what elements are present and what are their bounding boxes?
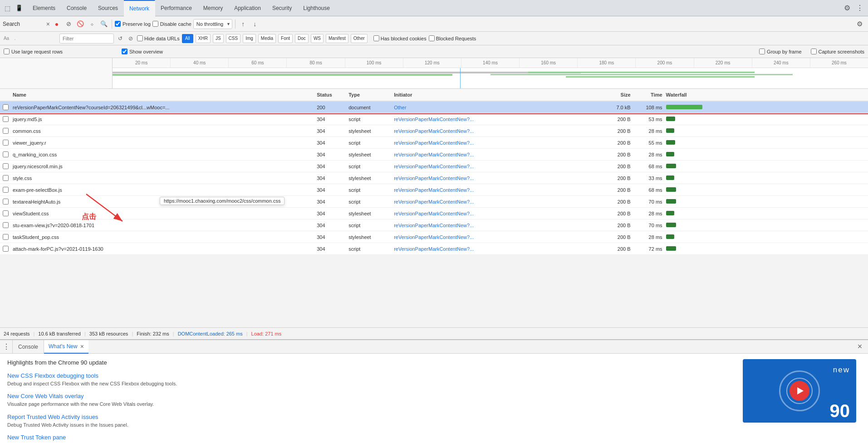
upload-btn[interactable]: ↑ <box>238 19 248 29</box>
filter-type-media[interactable]: Media <box>258 34 276 43</box>
has-blocked-cookies-checkbox[interactable]: Has blocked cookies <box>373 35 427 41</box>
filter-type-manifest[interactable]: Manifest <box>326 34 348 43</box>
network-settings-icon[interactable]: ⚙ <box>853 18 865 30</box>
search-close-btn[interactable]: × <box>46 20 50 28</box>
url-tooltip: https://mooc1.chaoxing.com/mooc2/css/com… <box>160 197 284 205</box>
table-row[interactable]: viewer_jquery.r 304 script reVersionPape… <box>0 137 868 149</box>
row-name: reVersionPaperMarkContentNew?courseId=20… <box>11 105 315 110</box>
tab-performance[interactable]: Performance <box>155 0 198 16</box>
preserve-log-checkbox[interactable]: Preserve log <box>115 21 151 27</box>
clear-btn[interactable]: 🚫 <box>75 19 85 29</box>
row-time: 28 ms <box>633 128 664 134</box>
search-input-area: Aa . <box>3 35 57 42</box>
row-type: script <box>347 187 392 193</box>
disable-cache-checkbox[interactable]: Disable cache <box>152 21 191 27</box>
devtools-icon-inspect[interactable]: ⬚ <box>2 3 13 14</box>
row-size: 200 B <box>596 223 633 228</box>
stop-btn[interactable]: ⊘ <box>64 19 74 29</box>
filter-type-other[interactable]: Other <box>351 34 368 43</box>
tab-sources[interactable]: Sources <box>93 0 124 16</box>
play-triangle-icon <box>797 387 804 394</box>
col-header-waterfall[interactable]: Waterfall <box>664 92 868 97</box>
throttle-select[interactable]: No throttling <box>193 19 232 29</box>
whats-new-close-icon[interactable]: × <box>80 343 84 350</box>
table-row[interactable]: common.css 304 stylesheet reVersionPaper… <box>0 125 868 137</box>
tab-elements[interactable]: Elements <box>27 0 61 16</box>
filter-icon-btn[interactable]: ⬦ <box>87 19 97 29</box>
bottom-panel-close-btn[interactable]: × <box>853 341 866 353</box>
filter-input[interactable] <box>59 34 114 44</box>
filter-type-img[interactable]: Img <box>243 34 256 43</box>
status-domcontentloaded: DOMContentLoaded: 265 ms <box>178 331 243 336</box>
video-new-text: new <box>833 365 850 375</box>
row-waterfall <box>664 175 868 181</box>
tab-console-bottom[interactable]: Console <box>13 340 44 354</box>
regex-icon[interactable]: Aa <box>3 35 10 42</box>
tab-application[interactable]: Application <box>229 0 267 16</box>
capture-screenshots-checkbox[interactable]: Capture screenshots <box>811 49 865 54</box>
case-icon[interactable]: . <box>12 35 18 42</box>
tab-network[interactable]: Network <box>124 0 155 16</box>
table-row[interactable]: stu-exam-view.js?v=2020-0818-1701 304 sc… <box>0 219 868 231</box>
video-90-text: 90 <box>830 402 850 420</box>
play-button[interactable] <box>790 381 809 401</box>
video-thumbnail[interactable]: new 90 <box>743 359 856 423</box>
status-transferred: 10.6 kB transferred <box>38 331 81 336</box>
table-row[interactable]: jquery.nicescroll.min.js 304 script reVe… <box>0 161 868 172</box>
table-row[interactable]: style.css 304 stylesheet reVersionPaperM… <box>0 172 868 184</box>
tab-memory[interactable]: Memory <box>198 0 229 16</box>
row-status: 200 <box>315 105 347 110</box>
record-btn[interactable]: ● <box>52 19 62 29</box>
filter-type-all[interactable]: All <box>182 34 193 43</box>
filter-type-doc[interactable]: Doc <box>295 34 309 43</box>
timeline-chart <box>113 68 868 88</box>
status-load: Load: 271 ms <box>251 331 282 336</box>
tab-lighthouse[interactable]: Lighthouse <box>298 0 336 16</box>
feature-item-1: New CSS Flexbox debugging tools Debug an… <box>7 372 734 387</box>
col-header-time[interactable]: Time <box>633 92 664 97</box>
feature-link-4[interactable]: New Trust Token pane <box>7 434 734 441</box>
tab-console[interactable]: Console <box>61 0 93 16</box>
row-waterfall <box>664 211 868 216</box>
table-row[interactable]: jquery.md5.js 304 script reVersionPaperM… <box>0 113 868 125</box>
col-header-name[interactable]: Name <box>11 92 315 97</box>
filter-clear-icon[interactable]: ⊘ <box>127 34 135 43</box>
hide-data-urls-checkbox[interactable]: Hide data URLs <box>137 35 180 41</box>
row-size: 200 B <box>596 199 633 205</box>
tab-security[interactable]: Security <box>267 0 298 16</box>
tab-whats-new[interactable]: What's New × <box>44 340 88 354</box>
filter-type-css[interactable]: CSS <box>226 34 241 43</box>
filter-type-xhr[interactable]: XHR <box>196 34 211 43</box>
col-header-type[interactable]: Type <box>347 92 392 97</box>
filter-type-font[interactable]: Font <box>278 34 293 43</box>
show-overview-checkbox[interactable]: Show overview <box>122 49 163 54</box>
devtools-icon-device[interactable]: 📱 <box>14 3 25 14</box>
filter-type-js[interactable]: JS <box>213 34 224 43</box>
table-row[interactable]: exam-pre-selectBox.js 304 script reVersi… <box>0 184 868 196</box>
search-icon-btn[interactable]: 🔍 <box>99 19 109 29</box>
group-by-frame-checkbox[interactable]: Group by frame <box>759 49 801 54</box>
download-btn[interactable]: ↓ <box>250 19 260 29</box>
row-status: 304 <box>315 152 347 157</box>
col-header-initiator[interactable]: Initiator <box>392 92 596 97</box>
feature-link-3[interactable]: Report Trusted Web Activity issues <box>7 414 734 420</box>
col-header-size[interactable]: Size <box>596 92 633 97</box>
table-row[interactable]: taskStudent_pop.css 304 stylesheet reVer… <box>0 231 868 243</box>
table-row[interactable]: textareaHeightAuto.js 304 script reVersi… <box>0 196 868 208</box>
row-waterfall <box>664 152 868 157</box>
blocked-requests-checkbox[interactable]: Blocked Requests <box>429 35 476 41</box>
row-name: viewStudent.css <box>11 211 315 216</box>
use-large-rows-checkbox[interactable]: Use large request rows <box>4 49 63 54</box>
table-row[interactable]: q_marking_icon.css 304 stylesheet reVers… <box>0 149 868 161</box>
bottom-tab-menu[interactable]: ⋮ <box>0 340 13 354</box>
more-icon[interactable]: ⋮ <box>853 2 866 15</box>
filter-type-ws[interactable]: WS <box>311 34 324 43</box>
feature-link-2[interactable]: New Core Web Vitals overlay <box>7 393 734 399</box>
table-row[interactable]: attach-mark-forPC.js?v=2021-0119-1630 30… <box>0 243 868 255</box>
col-header-status[interactable]: Status <box>315 92 347 97</box>
table-row[interactable]: viewStudent.css 304 stylesheet reVersion… <box>0 208 868 219</box>
feature-link-1[interactable]: New CSS Flexbox debugging tools <box>7 372 734 379</box>
table-row[interactable]: reVersionPaperMarkContentNew?courseId=20… <box>0 102 868 113</box>
settings-icon[interactable]: ⚙ <box>841 2 853 15</box>
filter-reload-icon[interactable]: ↺ <box>116 34 124 43</box>
